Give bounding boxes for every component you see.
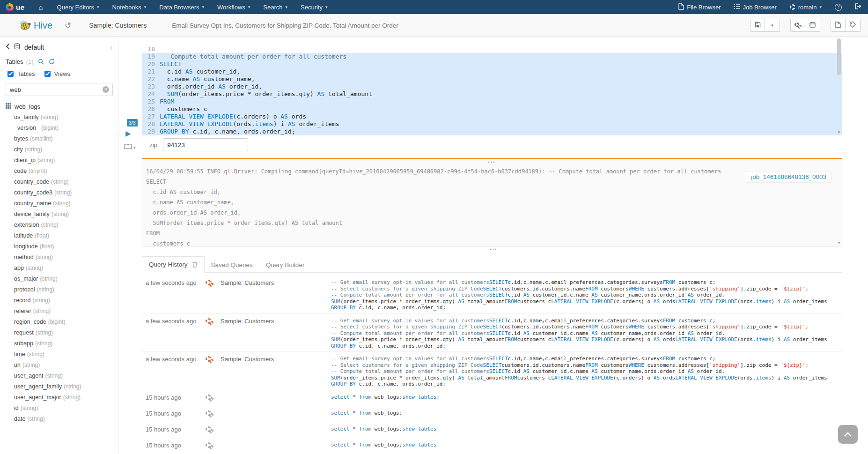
editor-line[interactable]: 18 — [142, 45, 842, 53]
column-item[interactable]: code(tinyint) — [0, 166, 118, 177]
column-item[interactable]: record(string) — [0, 295, 118, 306]
history-row[interactable]: a few seconds agoSample: Customers-- Get… — [142, 313, 842, 352]
column-item[interactable]: subapp(string) — [0, 338, 118, 349]
history-row[interactable]: a few seconds agoSample: Customers-- Get… — [142, 275, 842, 313]
column-item[interactable]: protocol(string) — [0, 284, 118, 295]
editor-line[interactable]: 28LATERAL VIEW EXPLODE(ords.items) i AS … — [142, 120, 842, 128]
settings-button[interactable] — [790, 19, 805, 32]
clear-history-icon[interactable] — [192, 261, 198, 268]
home-button[interactable]: ⌂ — [31, 0, 51, 14]
editor-line[interactable]: 26 customers c — [142, 105, 842, 113]
gear-icon — [790, 4, 795, 10]
new-query-button[interactable] — [831, 19, 846, 32]
save-button[interactable] — [750, 19, 765, 32]
nav-menu-search[interactable]: Search▾ — [257, 0, 294, 14]
refresh-icon[interactable] — [49, 59, 55, 65]
filter-views[interactable]: Views — [43, 69, 70, 78]
column-item[interactable]: referer(string) — [0, 306, 118, 317]
tab-query-builder[interactable]: Query Builder — [259, 257, 311, 273]
query-history-icon[interactable]: ↺ — [65, 21, 71, 30]
editor-line[interactable]: 25FROM — [142, 98, 842, 105]
scroll-top-button[interactable] — [838, 425, 858, 444]
nav-menu-notebooks[interactable]: Notebooks▾ — [106, 0, 153, 14]
column-item[interactable]: time(string) — [0, 349, 118, 360]
history-row[interactable]: 15 hours agoselect * from web_logs;show … — [142, 454, 842, 454]
sql-editor[interactable]: 1819-- Compute total amount per order fo… — [142, 37, 842, 135]
column-item[interactable]: extension(string) — [0, 220, 118, 231]
column-item[interactable]: id(string) — [0, 403, 118, 414]
editor-line[interactable]: 20SELECT — [142, 60, 842, 68]
hue-logo[interactable]: ue — [0, 3, 31, 11]
editor-line[interactable]: 24 SUM(order_items.price * order_items.q… — [142, 90, 842, 98]
database-name[interactable]: default — [24, 44, 44, 51]
save-dropdown-button[interactable]: ▾ — [765, 19, 780, 32]
help-button[interactable]: ? — [828, 0, 848, 14]
nav-menu-workflows[interactable]: Workflows▾ — [211, 0, 257, 14]
scroll-down-icon[interactable]: ▼ — [836, 241, 842, 245]
nav-menu-security[interactable]: Security▾ — [294, 0, 334, 14]
editor-line[interactable]: 27LATERAL VIEW EXPLODE(c.orders) o AS or… — [142, 113, 842, 120]
history-row[interactable]: 15 hours agoselect * from web_logs;show … — [142, 390, 842, 406]
column-item[interactable]: longitude(float) — [0, 241, 118, 252]
user-menu[interactable]: romain ▾ — [783, 0, 828, 14]
editor-scrollbar[interactable]: ▼ — [836, 37, 842, 135]
column-item[interactable]: country_code3(string) — [0, 187, 118, 198]
filter-tables[interactable]: Tables — [6, 69, 35, 78]
table-search-input[interactable] — [6, 83, 113, 96]
column-item[interactable]: user_agent_major(string) — [0, 392, 118, 403]
column-item[interactable]: os_family(string) — [0, 112, 118, 123]
tags-button[interactable] — [846, 19, 861, 32]
history-row[interactable]: 15 hours agoselect * from web_logs;show … — [142, 438, 842, 454]
column-item[interactable]: country_name(string) — [0, 198, 118, 209]
column-item[interactable]: method(string) — [0, 252, 118, 263]
tables-checkbox[interactable] — [7, 71, 14, 77]
column-item[interactable]: _version_(bigint) — [0, 123, 118, 134]
schedule-button[interactable] — [805, 19, 820, 32]
column-item[interactable]: region_code(bigint) — [0, 317, 118, 327]
column-item[interactable]: user_agent(string) — [0, 371, 118, 381]
job-browser-button[interactable]: Job Browser — [727, 0, 783, 14]
search-icon[interactable] — [38, 59, 44, 65]
column-item[interactable]: os_major(string) — [0, 274, 118, 284]
column-item[interactable]: country_code(string) — [0, 177, 118, 187]
file-browser-button[interactable]: File Browser — [672, 0, 727, 14]
log-scrollbar[interactable]: ▼ — [836, 160, 842, 246]
nav-menu-query-editors[interactable]: Query Editors▾ — [51, 0, 106, 14]
tab-saved-queries[interactable]: Saved Queries — [205, 257, 259, 273]
editor-line[interactable]: 21 c.id AS customer_id, — [142, 68, 842, 75]
job-link[interactable]: job_1461888648136_0003 — [746, 171, 831, 183]
resize-handle-2[interactable]: ··· — [490, 247, 498, 252]
column-item[interactable]: bytes(smallint) — [0, 134, 118, 144]
column-item[interactable]: user_agent_family(string) — [0, 381, 118, 392]
tab-query-history[interactable]: Query History — [142, 256, 205, 273]
column-item[interactable]: latitude(float) — [0, 231, 118, 241]
column-item[interactable]: app(string) — [0, 263, 118, 274]
assist-toggle[interactable]: ▾ — [124, 143, 136, 152]
column-item[interactable]: city(string) — [0, 144, 118, 155]
back-icon[interactable] — [6, 43, 10, 51]
editor-line[interactable]: 19-- Compute total amount per order for … — [142, 53, 842, 60]
logout-button[interactable] — [848, 0, 868, 14]
history-row[interactable]: 15 hours agoselect * from web_logs;show … — [142, 422, 842, 438]
collapse-panel-icon[interactable]: ‹ — [110, 44, 113, 51]
clear-search-icon[interactable]: × — [103, 86, 109, 93]
execute-button[interactable]: ▶ — [125, 129, 131, 138]
progress-bar — [142, 158, 842, 159]
column-item[interactable]: request(string) — [0, 327, 118, 338]
nav-menu-data-browsers[interactable]: Data Browsers▾ — [153, 0, 211, 14]
variable-input[interactable] — [163, 138, 248, 151]
scrollbar-thumb[interactable] — [837, 38, 841, 75]
column-item[interactable]: client_ip(string) — [0, 155, 118, 166]
views-checkbox[interactable] — [44, 71, 51, 77]
editor-line[interactable]: 29GROUP BY c.id, c.name, ords.order_id; — [142, 128, 842, 135]
table-item[interactable]: web_logs — [0, 99, 118, 112]
editor-line[interactable]: 23 ords.order_id AS order_id, — [142, 83, 842, 90]
history-row[interactable]: 15 hours agoselect * from web_logs; — [142, 406, 842, 422]
column-item[interactable]: url(string) — [0, 360, 118, 371]
editor-line[interactable]: 22 c.name AS customer_name, — [142, 75, 842, 83]
resize-handle[interactable]: ··· — [488, 160, 496, 164]
column-item[interactable]: date(string) — [0, 414, 118, 424]
scroll-down-icon[interactable]: ▼ — [836, 130, 842, 134]
history-row[interactable]: a few seconds agoSample: Customers-- Get… — [142, 351, 842, 390]
column-item[interactable]: device_family(string) — [0, 209, 118, 220]
